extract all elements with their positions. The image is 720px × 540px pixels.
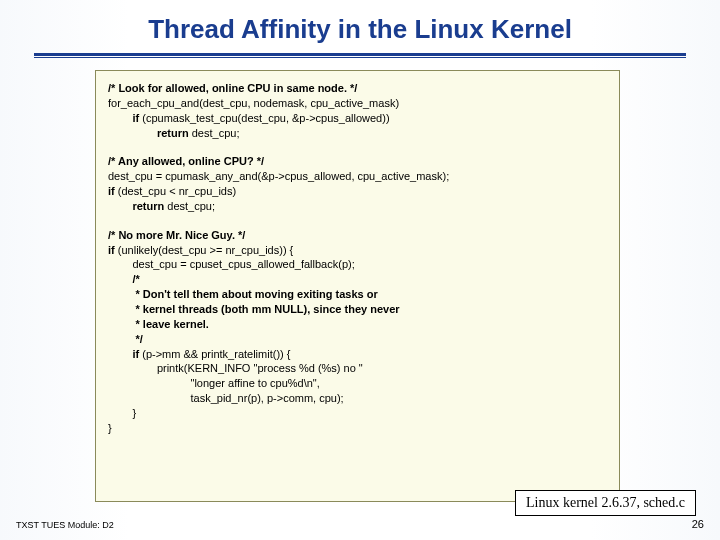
page-title: Thread Affinity in the Linux Kernel [0,0,720,51]
code-box: /* Look for allowed, online CPU in same … [95,70,620,502]
kw-if: if [108,185,115,197]
code-line: * leave kernel. [108,317,607,332]
kw-if: if [108,348,139,360]
kw-return: return [108,200,164,212]
slide: Thread Affinity in the Linux Kernel /* L… [0,0,720,540]
code-text: (cpumask_test_cpu(dest_cpu, &p->cpus_all… [139,112,389,124]
code-line: } [108,421,607,436]
kw-return: return [108,127,189,139]
code-line: } [108,406,607,421]
blank-line [108,214,607,228]
code-line: */ [108,332,607,347]
code-line: dest_cpu = cpumask_any_and(&p->cpus_allo… [108,169,607,184]
code-text: (unlikely(dest_cpu >= nr_cpu_ids)) { [115,244,294,256]
code-line: /* No more Mr. Nice Guy. */ [108,228,607,243]
kw-if: if [108,112,139,124]
footer-module: TXST TUES Module: D2 [16,520,114,530]
slide-number: 26 [692,518,704,530]
code-line: task_pid_nr(p), p->comm, cpu); [108,391,607,406]
blank-line [108,140,607,154]
code-line: return dest_cpu; [108,126,607,141]
code-line: "longer affine to cpu%d\n", [108,376,607,391]
code-line: if (p->mm && printk_ratelimit()) { [108,347,607,362]
kw-if: if [108,244,115,256]
code-text: (dest_cpu < nr_cpu_ids) [115,185,236,197]
code-line: /* [108,272,607,287]
code-line: * kernel threads (both mm NULL), since t… [108,302,607,317]
code-text: dest_cpu; [164,200,215,212]
code-line: /* Any allowed, online CPU? */ [108,154,607,169]
code-line: if (unlikely(dest_cpu >= nr_cpu_ids)) { [108,243,607,258]
code-line: return dest_cpu; [108,199,607,214]
code-line: dest_cpu = cpuset_cpus_allowed_fallback(… [108,257,607,272]
code-line: for_each_cpu_and(dest_cpu, nodemask, cpu… [108,96,607,111]
citation-box: Linux kernel 2.6.37, sched.c [515,490,696,516]
title-rule [34,53,686,58]
code-line: /* Look for allowed, online CPU in same … [108,81,607,96]
code-line: * Don't tell them about moving exiting t… [108,287,607,302]
code-line: if (dest_cpu < nr_cpu_ids) [108,184,607,199]
code-line: if (cpumask_test_cpu(dest_cpu, &p->cpus_… [108,111,607,126]
code-text: (p->mm && printk_ratelimit()) { [139,348,290,360]
code-line: printk(KERN_INFO "process %d (%s) no " [108,361,607,376]
code-text: dest_cpu; [189,127,240,139]
